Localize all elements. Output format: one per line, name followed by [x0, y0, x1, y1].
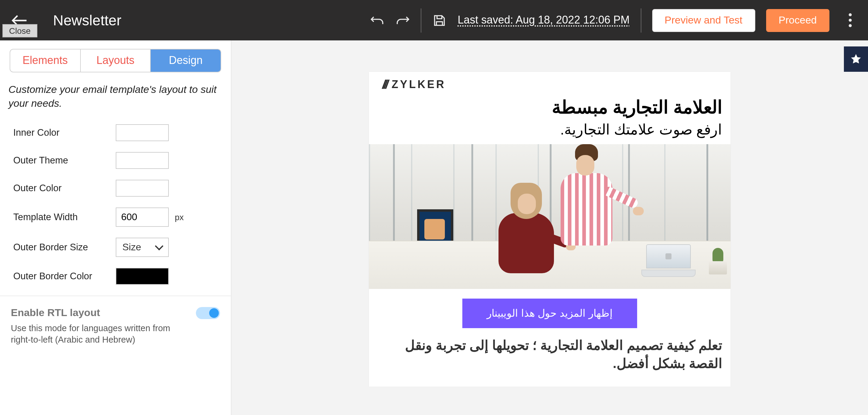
divider — [641, 8, 641, 32]
prop-template-width: Template Width px — [13, 208, 218, 227]
favorites-tab[interactable] — [844, 47, 868, 72]
hero-image[interactable] — [369, 144, 731, 289]
main-area: Elements Layouts Design Customize your e… — [0, 40, 868, 415]
save-icon[interactable] — [433, 13, 447, 27]
tab-elements[interactable]: Elements — [10, 50, 80, 72]
hero-subtitle[interactable]: ارفع صوت علامتك التجارية. — [369, 121, 731, 144]
close-tooltip: Close — [2, 24, 37, 37]
cta-button[interactable]: إظهار المزيد حول هذا الويبينار — [462, 298, 637, 328]
header-actions: Last saved: Aug 18, 2022 12:06 PM Previe… — [370, 8, 857, 32]
label-outer-border-size: Outer Border Size — [13, 242, 116, 253]
outer-border-color-swatch[interactable] — [116, 268, 169, 285]
inner-color-swatch[interactable] — [116, 124, 169, 141]
sidebar-tabs: Elements Layouts Design — [10, 49, 221, 72]
label-outer-theme: Outer Theme — [13, 155, 116, 166]
tab-design[interactable]: Design — [150, 50, 221, 72]
email-canvas[interactable]: /// ZYLKER العلامة التجارية مبسطة ارفع ص… — [369, 72, 731, 387]
prop-inner-color: Inner Color — [13, 124, 218, 141]
prop-outer-color: Outer Color — [13, 180, 218, 197]
brand-logo: /// ZYLKER — [369, 72, 731, 95]
outer-theme-swatch[interactable] — [116, 152, 169, 169]
last-saved-text[interactable]: Last saved: Aug 18, 2022 12:06 PM — [458, 14, 629, 27]
prop-outer-theme: Outer Theme — [13, 152, 218, 169]
canvas-area: /// ZYLKER العلامة التجارية مبسطة ارفع ص… — [231, 40, 868, 415]
prop-outer-border-size: Outer Border Size Size — [13, 238, 218, 257]
template-width-unit: px — [175, 212, 184, 222]
proceed-button[interactable]: Proceed — [766, 9, 830, 32]
outer-color-swatch[interactable] — [116, 180, 169, 197]
rtl-row: Enable RTL layout — [11, 307, 220, 319]
tab-layouts[interactable]: Layouts — [80, 50, 150, 72]
logo-mark-icon: /// — [382, 78, 387, 92]
label-template-width: Template Width — [13, 212, 116, 223]
preview-and-test-button[interactable]: Preview and Test — [652, 9, 755, 32]
brand-name: ZYLKER — [392, 79, 446, 91]
outer-border-size-select[interactable]: Size — [116, 238, 169, 257]
label-outer-border-color: Outer Border Color — [13, 271, 116, 282]
outer-border-size-value: Size — [122, 242, 141, 253]
page-title: Newsletter — [53, 12, 121, 29]
redo-icon[interactable] — [396, 13, 410, 27]
label-inner-color: Inner Color — [13, 127, 116, 138]
section-divider — [0, 296, 231, 296]
design-description: Customize your email template's layout t… — [8, 83, 222, 111]
rtl-toggle[interactable] — [196, 307, 220, 319]
rtl-title: Enable RTL layout — [11, 307, 100, 319]
undo-icon[interactable] — [370, 13, 385, 27]
more-menu-icon[interactable] — [843, 13, 857, 27]
sidebar: Elements Layouts Design Customize your e… — [0, 40, 231, 415]
divider — [421, 8, 422, 32]
app-header: Close Newsletter Last saved: Aug 18, 202… — [0, 0, 868, 40]
hero-title[interactable]: العلامة التجارية مبسطة — [369, 95, 731, 121]
prop-outer-border-color: Outer Border Color — [13, 268, 218, 285]
template-width-input[interactable] — [116, 208, 169, 227]
label-outer-color: Outer Color — [13, 183, 116, 194]
body-copy[interactable]: تعلم كيفية تصميم العلامة التجارية ؛ تحوي… — [369, 335, 731, 387]
chevron-down-icon — [155, 242, 163, 250]
rtl-help-text: Use this mode for languages written from… — [11, 323, 180, 346]
